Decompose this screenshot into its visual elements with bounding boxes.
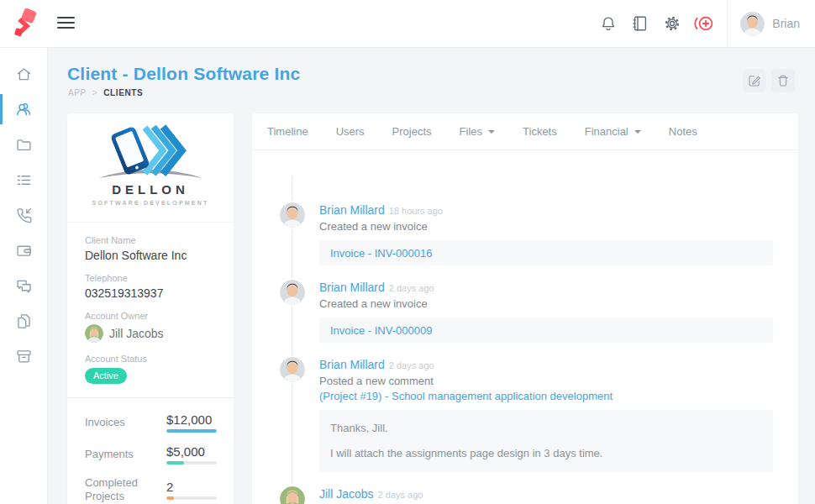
timeline-entry: Jill Jacobs2 days agoPosted a new commen… [280, 486, 773, 504]
app-logo-icon[interactable] [12, 8, 39, 39]
tab-notes[interactable]: Notes [669, 125, 697, 138]
owner-name[interactable]: Jill Jacobs [109, 327, 164, 340]
author-link[interactable]: Brian Millard [319, 281, 385, 294]
project-link[interactable]: (Project #19) - School management applic… [319, 389, 773, 403]
sidebar-nav [0, 48, 48, 504]
quick-add-icon[interactable] [688, 0, 720, 47]
brian-avatar [280, 202, 305, 228]
trash-icon [776, 74, 790, 87]
jill-avatar [280, 486, 305, 504]
timeline-entry: Brian Millard18 hours agoCreated a new i… [280, 202, 773, 265]
user-name: Brian [772, 17, 800, 30]
client-details: Client Name Dellon Software Inc Telephon… [67, 223, 234, 398]
chat-icon [15, 277, 33, 295]
stat-payments: Payments $5,000 [85, 444, 217, 465]
client-logo-name: DELLON [112, 182, 189, 197]
breadcrumb-separator: > [92, 88, 97, 97]
tab-users[interactable]: Users [336, 125, 365, 138]
sidebar-item-documents[interactable] [0, 303, 47, 339]
sidebar-item-projects[interactable] [0, 127, 47, 162]
action-text: Created a new invoice [319, 297, 773, 311]
author-link[interactable]: Jill Jacobs [319, 487, 374, 501]
user-menu[interactable]: Brian [728, 12, 815, 36]
timestamp: 2 days ago [378, 490, 423, 500]
invoice-link[interactable]: Invoice - INV-000016 [330, 247, 432, 260]
tab-projects[interactable]: Projects [392, 125, 432, 138]
clients-icon [14, 100, 33, 118]
timestamp: 18 hours ago [389, 206, 443, 216]
timestamp: 2 days ago [389, 360, 434, 370]
chevron-down-icon [634, 130, 641, 134]
field-value: 032519313937 [85, 286, 216, 300]
comment-line: I will attach the assignments page desig… [330, 447, 762, 460]
tab-tickets[interactable]: Tickets [523, 125, 557, 138]
timeline-list: Brian Millard18 hours agoCreated a new i… [252, 150, 798, 504]
copy-pages-icon [15, 312, 33, 330]
stat-completed-projects: Completed Projects 2 [85, 476, 217, 503]
invoice-card: Invoice - INV-000016 [319, 240, 773, 265]
field-label: Account Owner [85, 311, 216, 321]
stat-value: $5,000 [166, 444, 217, 459]
tab-files[interactable]: Files [460, 125, 495, 138]
wallet-icon [15, 242, 33, 260]
breadcrumb: APP > CLIENTS [68, 88, 143, 97]
field-label: Account Status [85, 354, 216, 364]
action-text: Created a new invoice [319, 219, 773, 234]
brian-avatar [280, 280, 305, 305]
invoice-link[interactable]: Invoice - INV-000009 [330, 324, 432, 337]
notifications-bell-icon[interactable] [592, 0, 624, 47]
user-avatar [740, 12, 765, 36]
action-text: Posted a new comment [319, 374, 773, 388]
edit-pencil-icon [748, 74, 761, 87]
owner-avatar [85, 324, 103, 343]
timeline-entry: Brian Millard2 days agoPosted a new comm… [280, 357, 773, 472]
client-logo-tagline: SOFTWARE DEVELOPMENT [92, 200, 209, 206]
sidebar-item-messages[interactable] [0, 268, 47, 303]
top-bar: Brian [0, 0, 815, 48]
stat-value: $12,000 [166, 412, 217, 427]
sidebar-item-home[interactable] [0, 56, 47, 92]
contacts-book-icon[interactable] [624, 0, 656, 47]
invoice-card: Invoice - INV-000009 [319, 318, 773, 343]
stat-value: 2 [166, 480, 217, 494]
account-status-field: Account Status Active [85, 354, 216, 384]
sidebar-item-clients[interactable] [0, 92, 47, 127]
stat-invoices: Invoices $12,000 [85, 412, 217, 433]
list-icon [15, 171, 33, 189]
menu-toggle-icon[interactable] [57, 17, 75, 30]
field-label: Telephone [85, 273, 216, 283]
progress-bar [166, 496, 217, 500]
author-link[interactable]: Brian Millard [319, 358, 385, 371]
telephone-field: Telephone 032519313937 [85, 273, 216, 300]
edit-client-button[interactable] [743, 69, 766, 92]
page-title: Client - Dellon Software Inc [67, 64, 300, 84]
timestamp: 2 days ago [389, 283, 434, 293]
status-badge: Active [85, 368, 127, 384]
progress-bar [166, 461, 217, 465]
client-logo: DELLON SOFTWARE DEVELOPMENT [67, 113, 234, 223]
main-content: Client - Dellon Software Inc APP > CLIEN… [48, 48, 815, 504]
comment-card: Thanks, Jill.I will attach the assignmen… [319, 410, 773, 472]
delete-client-button[interactable] [771, 69, 795, 92]
topbar-actions: Brian [592, 0, 815, 47]
sidebar-item-payments[interactable] [0, 233, 47, 268]
sidebar-item-calls[interactable] [0, 197, 47, 233]
tab-financial[interactable]: Financial [585, 125, 641, 138]
archive-box-icon [15, 348, 33, 365]
settings-gear-icon[interactable] [656, 0, 688, 47]
app-window: Brian [0, 0, 815, 504]
author-link[interactable]: Brian Millard [319, 203, 385, 217]
sidebar-item-archive[interactable] [0, 339, 47, 374]
tab-timeline[interactable]: Timeline [267, 125, 308, 138]
breadcrumb-root[interactable]: APP [68, 88, 87, 97]
sidebar-item-tasks[interactable] [0, 162, 47, 197]
client-name-field: Client Name Dellon Software Inc [85, 235, 216, 262]
brian-avatar [280, 357, 305, 382]
client-detail-card: Timeline Users Projects Files Tickets Fi… [252, 113, 798, 504]
field-value: Dellon Software Inc [85, 249, 216, 262]
client-stats: Invoices $12,000 Payments $5,000 Complet… [67, 398, 234, 504]
account-owner-field: Account Owner Jill Jacobs [85, 311, 216, 343]
home-icon [15, 66, 33, 83]
breadcrumb-current[interactable]: CLIENTS [103, 88, 143, 97]
chevron-down-icon [488, 130, 495, 134]
